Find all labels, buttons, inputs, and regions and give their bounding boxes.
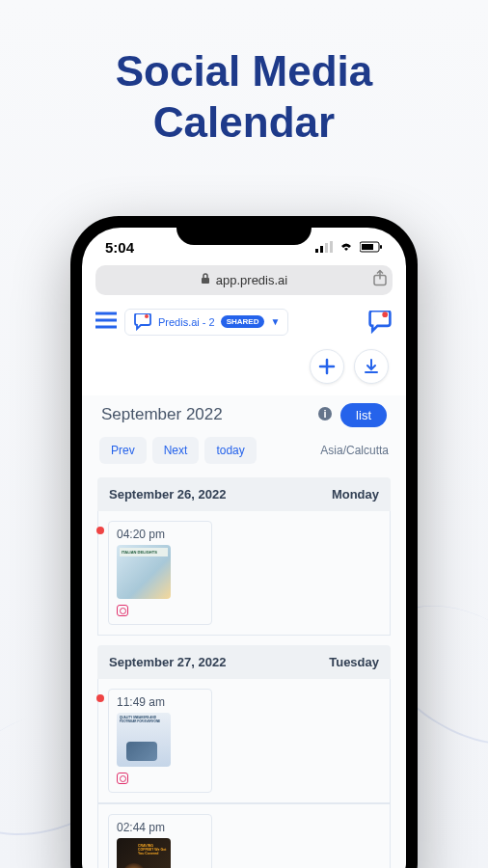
post-thumbnail[interactable] <box>117 838 171 868</box>
instagram-icon <box>117 605 128 616</box>
lock-icon <box>201 273 210 287</box>
battery-icon <box>360 239 383 256</box>
svg-text:i: i <box>324 408 327 420</box>
svg-rect-3 <box>330 241 333 253</box>
post-thumbnail[interactable] <box>117 713 171 767</box>
svg-point-12 <box>145 314 149 318</box>
today-button[interactable]: today <box>204 437 256 464</box>
info-icon[interactable]: i <box>317 406 333 424</box>
day-header: September 27, 2022 Tuesday <box>97 645 391 679</box>
post-thumbnail[interactable] <box>117 545 171 599</box>
timezone-label[interactable]: Asia/Calcutta <box>320 444 389 457</box>
event-time: 11:49 am <box>117 695 203 709</box>
event-card[interactable]: 04:20 pm <box>97 511 391 636</box>
shared-badge: SHARED <box>221 315 265 328</box>
browser-url-bar[interactable]: app.predis.ai <box>95 265 393 295</box>
instagram-icon <box>117 773 128 784</box>
download-button[interactable] <box>354 349 389 384</box>
event-card[interactable]: 11:49 am <box>97 679 391 803</box>
day-date: September 27, 2022 <box>109 655 226 669</box>
workspace-name: Predis.ai - 2 <box>158 316 215 328</box>
svg-rect-2 <box>325 243 328 253</box>
predis-logo-icon[interactable] <box>367 311 393 334</box>
phone-screen: 5:04 app.predis.ai <box>82 228 406 868</box>
predis-logo-icon <box>133 313 152 331</box>
page-title: Social Media Calendar <box>0 0 488 177</box>
event-time: 04:20 pm <box>117 528 203 541</box>
hamburger-menu-icon[interactable] <box>95 310 117 335</box>
wifi-icon <box>339 239 354 256</box>
svg-rect-1 <box>320 246 323 253</box>
svg-rect-7 <box>202 278 209 284</box>
chevron-down-icon: ▼ <box>270 316 280 327</box>
event-card[interactable]: 02:44 pm <box>97 803 391 868</box>
phone-notch <box>176 216 312 245</box>
cellular-icon <box>315 239 333 256</box>
day-weekday: Tuesday <box>329 655 379 669</box>
add-button[interactable] <box>310 349 344 384</box>
next-button[interactable]: Next <box>152 437 200 464</box>
svg-rect-5 <box>362 244 373 250</box>
day-header: September 26, 2022 Monday <box>97 477 391 511</box>
event-time: 02:44 pm <box>117 821 203 834</box>
status-time: 5:04 <box>105 239 134 256</box>
phone-frame: 5:04 app.predis.ai <box>70 216 418 868</box>
calendar-content: September 2022 i list Prev Next today As… <box>82 395 406 868</box>
svg-rect-0 <box>315 249 318 253</box>
share-icon[interactable] <box>366 270 394 290</box>
action-buttons <box>82 343 406 395</box>
svg-point-13 <box>382 312 388 317</box>
status-dot-icon <box>96 527 104 534</box>
workspace-selector[interactable]: Predis.ai - 2 SHARED ▼ <box>124 309 288 336</box>
prev-button[interactable]: Prev <box>99 437 147 464</box>
browser-url: app.predis.ai <box>216 273 287 287</box>
status-dot-icon <box>96 694 104 702</box>
day-date: September 26, 2022 <box>109 487 226 502</box>
day-weekday: Monday <box>332 487 379 502</box>
app-header: Predis.ai - 2 SHARED ▼ <box>82 305 406 343</box>
month-label: September 2022 <box>101 405 310 424</box>
svg-rect-6 <box>380 245 382 249</box>
view-mode-toggle[interactable]: list <box>340 403 387 427</box>
